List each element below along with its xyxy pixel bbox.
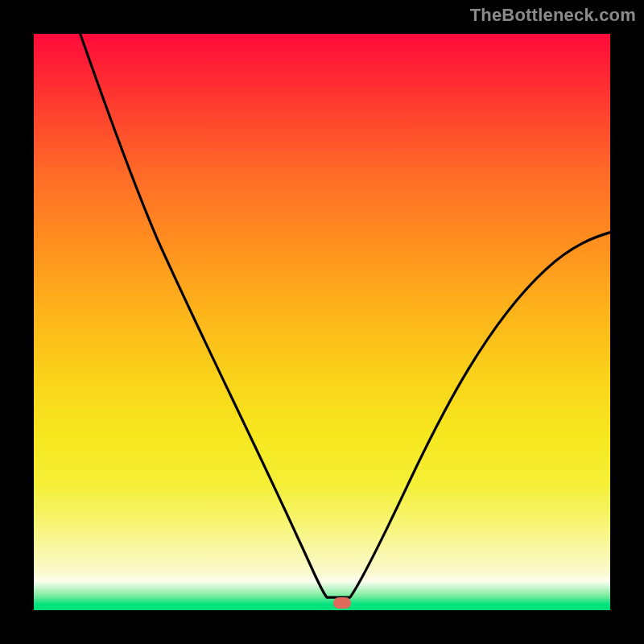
curve-path	[80, 34, 610, 597]
bottleneck-curve	[34, 34, 610, 610]
plot-area	[32, 32, 612, 612]
watermark-text: TheBottleneck.com	[470, 5, 636, 26]
optimal-point-marker	[333, 597, 351, 609]
chart-frame: TheBottleneck.com	[0, 0, 644, 644]
